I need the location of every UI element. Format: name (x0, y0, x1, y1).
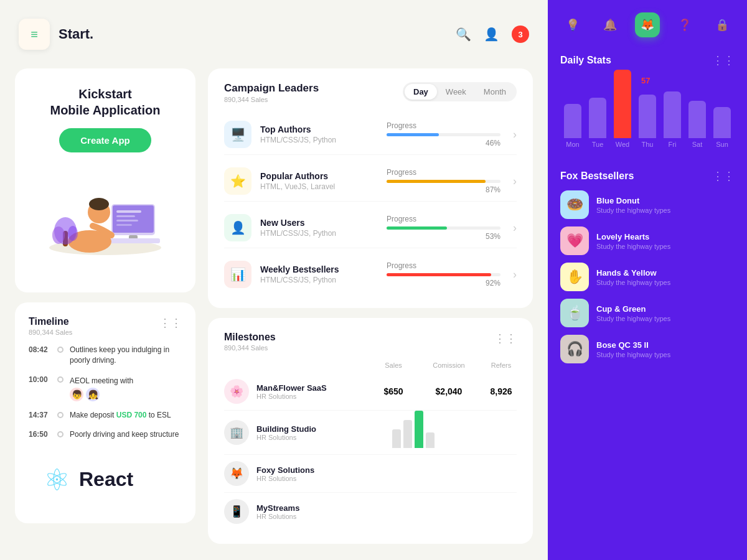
campaign-row-info: Top Authors HTML/CSS/JS, Python (260, 124, 374, 144)
ms-commission: $2,040 (427, 386, 471, 396)
bestseller-sub: Study the highway types (596, 279, 735, 286)
svg-rect-5 (110, 238, 160, 243)
campaign-row-tech: HTML, VueJS, Laravel (260, 182, 374, 191)
list-item: 14:37 Make deposit USD 700 to ESL (29, 410, 182, 421)
react-label: React (79, 468, 133, 491)
row-arrow-icon[interactable]: › (513, 222, 517, 235)
milestone-info: Building Studio HR Solutions (256, 424, 392, 441)
logo-box: ≡ (19, 19, 50, 50)
svg-point-11 (52, 226, 65, 244)
row-arrow-icon[interactable]: › (513, 128, 517, 141)
right-panel-icon-2[interactable]: 🦊 (635, 12, 660, 37)
campaign-subtitle: 890,344 Sales (224, 96, 319, 103)
milestone-row: 🏢 Building Studio HR Solutions (224, 411, 517, 455)
kickstart-title: Kickstart Mobile Application (50, 86, 160, 118)
chart-bar (589, 98, 606, 138)
chart-bar (713, 107, 731, 138)
campaign-row-info: Weekly Bestsellers HTML/CSS/JS, Python (260, 264, 374, 284)
list-item: 10:00 AEOL meeting with 👦 👧 (29, 375, 182, 402)
chart-bar (564, 104, 581, 138)
milestone-name: Building Studio (256, 424, 392, 434)
right-panel-icon-4[interactable]: 🔒 (710, 12, 735, 37)
fox-bestsellers-title: Fox Bestsellers (560, 170, 634, 182)
milestones-dots-icon[interactable]: ⋮⋮ (494, 332, 517, 345)
header: ≡ Start. 🔍 👤 3 (0, 0, 548, 68)
tab-day[interactable]: Day (405, 84, 437, 100)
campaign-row-tech: HTML/CSS/JS, Python (260, 276, 374, 284)
right-panel: 💡🔔🦊❓🔒 Daily Stats ⋮⋮ 57 Mon Tue Wed Thu … (548, 0, 747, 560)
svg-rect-15 (116, 220, 138, 222)
campaign-card: Campaign Leaders 890,344 Sales Day Week … (208, 68, 533, 308)
bestseller-name: Bose QC 35 II (596, 340, 735, 350)
campaign-row-progress: Progress 53% (387, 215, 500, 241)
fox-bestsellers-dots-icon[interactable]: ⋮⋮ (712, 169, 735, 183)
chart-bar-wrap: Fri (664, 91, 681, 148)
create-app-button[interactable]: Create App (59, 128, 151, 152)
chart-day-label: Sat (692, 141, 703, 148)
campaign-row-icon: 🖥️ (224, 121, 251, 148)
daily-stats-dots-icon[interactable]: ⋮⋮ (712, 54, 735, 67)
milestone-info: Man&Flower SaaS HR Solutions (256, 383, 375, 400)
progress-label: Progress (387, 121, 500, 130)
timeline-list: 08:42 Outlines keep you indulging in poo… (29, 345, 182, 440)
col-header-sales: Sales (375, 362, 412, 369)
right-panel-icon-1[interactable]: 🔔 (598, 12, 622, 37)
campaign-row-name: Top Authors (260, 124, 374, 134)
campaign-row-tech: HTML/CSS/JS, Python (260, 229, 374, 238)
user-button[interactable]: 👤 (484, 27, 499, 42)
timeline-title: Timeline (29, 316, 72, 327)
right-panel-icon-0[interactable]: 💡 (560, 12, 585, 37)
timeline-dots-icon[interactable]: ⋮⋮ (159, 316, 182, 330)
right-panel-icon-3[interactable]: ❓ (672, 12, 697, 37)
left-column: Kickstart Mobile Application Create App (15, 68, 195, 544)
campaign-row: ⭐ Popular Authors HTML, VueJS, Laravel P… (224, 161, 517, 202)
campaign-header: Campaign Leaders 890,344 Sales Day Week … (224, 82, 517, 103)
progress-bar-fill (387, 273, 491, 276)
ms-chart-bar (415, 411, 423, 448)
tab-week[interactable]: Week (437, 84, 475, 100)
bestseller-info: Blue Donut Study the highway types (596, 196, 735, 214)
bestseller-name: Cup & Green (596, 304, 735, 314)
chart-day-label: Fri (669, 141, 677, 148)
campaign-row: 🖥️ Top Authors HTML/CSS/JS, Python Progr… (224, 114, 517, 155)
bestseller-name: Blue Donut (596, 196, 735, 205)
ms-refers: 8,926 (486, 386, 517, 396)
tab-month[interactable]: Month (475, 84, 515, 100)
bestseller-item: 🍵 Cup & Green Study the highway types (560, 299, 735, 327)
campaign-row-progress: Progress 87% (387, 168, 500, 194)
progress-bar-bg (387, 273, 500, 276)
svg-point-8 (89, 198, 109, 210)
campaign-row-icon: 📊 (224, 261, 251, 288)
right-top-icons: 💡🔔🦊❓🔒 (548, 0, 747, 44)
bestseller-item: 💗 Lovely Hearts Study the highway types (560, 226, 735, 255)
progress-bar-fill (387, 180, 486, 183)
col-header-commission: Comission (427, 362, 471, 369)
milestone-info: MyStreams HR Solutions (256, 503, 392, 520)
milestones-title: Milestones (224, 332, 276, 343)
list-item: 16:50 Poorly driving and keep structure (29, 429, 182, 440)
daily-stats-header: Daily Stats ⋮⋮ (560, 54, 735, 67)
bestseller-icon: ✋ (560, 263, 589, 291)
campaign-row: 👤 New Users HTML/CSS/JS, Python Progress… (224, 208, 517, 248)
chart-bar-wrap: Sat (688, 101, 706, 148)
milestone-sub: HR Solutions (256, 513, 392, 520)
search-button[interactable]: 🔍 (456, 27, 471, 42)
progress-percentage: 53% (387, 232, 500, 241)
campaign-row-progress: Progress 92% (387, 261, 500, 287)
milestones-header-row: Sales Comission Refers (224, 362, 517, 373)
bestseller-icon: 🍵 (560, 299, 589, 327)
chart-peak-label: 57 (641, 76, 650, 85)
bestseller-item: 🎧 Bose QC 35 II Study the highway types (560, 335, 735, 363)
chart-day-label: Tue (592, 141, 604, 148)
chart-bar-wrap: Wed (614, 70, 631, 148)
chart-day-label: Sun (716, 141, 728, 148)
campaign-row-icon: 👤 (224, 214, 251, 241)
row-arrow-icon[interactable]: › (513, 175, 517, 188)
kickstart-card: Kickstart Mobile Application Create App (15, 68, 195, 292)
row-arrow-icon[interactable]: › (513, 268, 517, 281)
milestone-icon: 🌸 (224, 379, 249, 404)
bestseller-info: Cup & Green Study the highway types (596, 304, 735, 322)
svg-rect-13 (116, 210, 141, 213)
chart-area: 57 Mon Tue Wed Thu Fri Sat Sun (560, 76, 735, 163)
notification-badge[interactable]: 3 (512, 26, 529, 43)
